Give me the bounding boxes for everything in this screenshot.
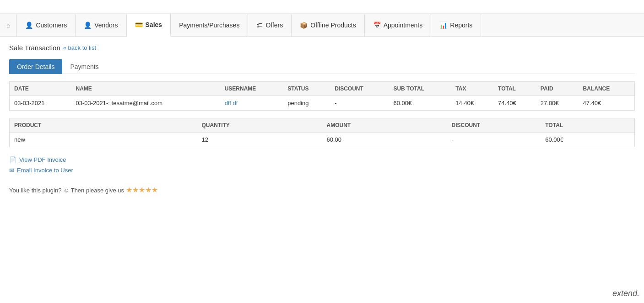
prod-col-discount: DISCOUNT [447, 118, 541, 133]
order-total: 74.40€ [493, 96, 536, 111]
prod-product: new [10, 133, 197, 147]
offline-products-icon: 📦 [300, 21, 308, 29]
col-tax: TAX [451, 82, 493, 96]
logo-area [0, 0, 644, 14]
nav-item-offline-products[interactable]: 📦 Offline Products [292, 14, 364, 36]
order-discount: - [330, 96, 389, 111]
nav-item-appointments[interactable]: 📅 Appointments [365, 14, 432, 36]
tab-order-details[interactable]: Order Details [9, 59, 62, 74]
reports-icon: 📊 [439, 21, 447, 29]
products-table: PRODUCT QUANTITY AMOUNT DISCOUNT TOTAL n… [10, 118, 634, 147]
nav-item-customers[interactable]: 👤 Customers [17, 14, 76, 36]
back-to-list-link[interactable]: « back to list [63, 44, 96, 51]
prod-total: 60.00€ [541, 133, 634, 147]
home-button[interactable]: ⌂ [0, 14, 17, 36]
action-links: 📄 View PDF Invoice ✉ Email Invoice to Us… [9, 156, 635, 174]
prod-col-amount: AMOUNT [322, 118, 447, 133]
col-total: TOTAL [493, 82, 536, 96]
col-balance: BALANCE [579, 82, 635, 96]
tabs-container: Order Details Payments [9, 59, 635, 74]
rating-stars: ★★★★★ [126, 186, 158, 194]
footer-text: You like this plugin? ☺ Then please give… [9, 187, 126, 194]
appointments-icon: 📅 [373, 21, 381, 29]
plugin-footer: You like this plugin? ☺ Then please give… [9, 181, 635, 194]
order-table-row: 03-03-2021 03-03-2021-: tesatme@mail.com… [10, 96, 635, 111]
page-title: Sale Transaction [9, 44, 60, 52]
offers-icon: 🏷 [256, 21, 263, 29]
order-subtotal: 60.00€ [389, 96, 451, 111]
pdf-icon: 📄 [9, 156, 16, 163]
prod-amount: 60.00 [322, 133, 447, 147]
order-username: dff df [220, 96, 283, 111]
customers-label: Customers [36, 21, 67, 29]
prod-col-product: PRODUCT [10, 118, 197, 133]
view-pdf-link[interactable]: 📄 View PDF Invoice [9, 156, 635, 163]
order-tax: 14.40€ [451, 96, 493, 111]
col-status: STATUS [283, 82, 330, 96]
col-date: DATE [10, 82, 71, 96]
order-table-header-row: DATE NAME USERNAME STATUS DISCOUNT SUB T… [10, 82, 635, 96]
nav-item-offers[interactable]: 🏷 Offers [248, 14, 292, 36]
prod-col-total: TOTAL [541, 118, 634, 133]
offers-label: Offers [265, 21, 283, 29]
order-status: pending [283, 96, 330, 111]
customers-icon: 👤 [25, 21, 33, 29]
prod-col-quantity: QUANTITY [197, 118, 322, 133]
email-icon: ✉ [9, 167, 14, 174]
col-subtotal: SUB TOTAL [389, 82, 451, 96]
order-date: 03-03-2021 [10, 96, 71, 111]
nav-item-reports[interactable]: 📊 Reports [431, 14, 481, 36]
products-header-row: PRODUCT QUANTITY AMOUNT DISCOUNT TOTAL [10, 118, 634, 133]
nav-item-payments[interactable]: Payments/Purchases [171, 14, 248, 36]
order-table: DATE NAME USERNAME STATUS DISCOUNT SUB T… [9, 81, 635, 111]
offline-products-label: Offline Products [310, 21, 356, 29]
prod-discount: - [447, 133, 541, 147]
page-content: Sale Transaction « back to list Order De… [0, 37, 644, 202]
top-nav: ⌂ 👤 Customers 👤 Vendors 💳 Sales Payments… [0, 14, 644, 37]
email-invoice-link[interactable]: ✉ Email Invoice to User [9, 167, 635, 174]
products-table-row: new 12 60.00 - 60.00€ [10, 133, 634, 147]
tab-payments[interactable]: Payments [62, 59, 106, 74]
col-name: NAME [71, 82, 220, 96]
order-balance: 47.40€ [579, 96, 635, 111]
page-header: Sale Transaction « back to list [9, 44, 635, 52]
vendors-label: Vendors [94, 21, 118, 29]
order-name: 03-03-2021-: tesatme@mail.com [71, 96, 220, 111]
sales-label: Sales [146, 21, 162, 28]
nav-item-vendors[interactable]: 👤 Vendors [76, 14, 126, 36]
sales-icon: 💳 [135, 21, 143, 28]
nav-item-sales[interactable]: 💳 Sales [127, 14, 171, 37]
prod-quantity: 12 [197, 133, 322, 147]
username-link[interactable]: dff df [225, 100, 238, 106]
reports-label: Reports [450, 21, 472, 29]
order-paid: 27.00€ [536, 96, 579, 111]
col-discount: DISCOUNT [330, 82, 389, 96]
vendors-icon: 👤 [84, 21, 92, 29]
products-table-wrapper: PRODUCT QUANTITY AMOUNT DISCOUNT TOTAL n… [9, 118, 635, 147]
view-pdf-label: View PDF Invoice [19, 156, 66, 163]
col-username: USERNAME [220, 82, 283, 96]
col-paid: PAID [536, 82, 579, 96]
email-invoice-label: Email Invoice to User [17, 167, 73, 174]
payments-label: Payments/Purchases [179, 21, 239, 29]
appointments-label: Appointments [384, 21, 423, 29]
